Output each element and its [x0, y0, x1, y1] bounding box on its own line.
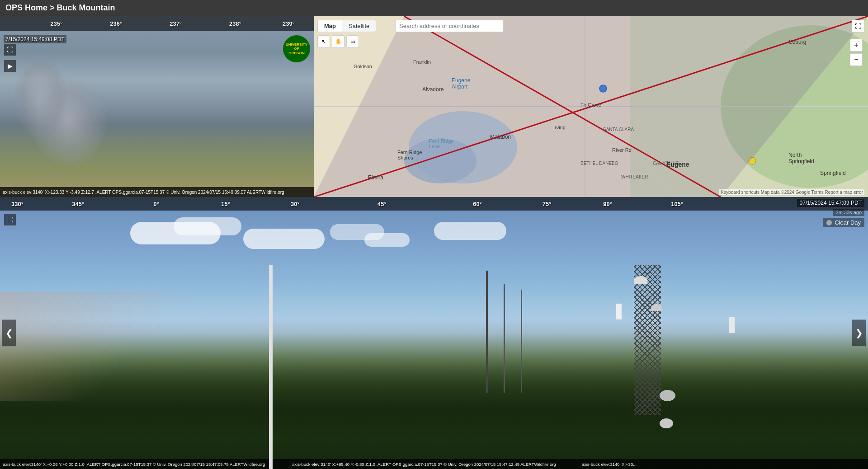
degree-marker-239: 239° [283, 20, 295, 27]
fullscreen-icon-bottom: ⛶ [7, 216, 13, 223]
degree-105: 105° [671, 201, 683, 207]
header-bar: OPS Home > Buck Mountain [0, 0, 868, 16]
white-pole-tower [269, 265, 273, 469]
cloud-3 [243, 229, 325, 249]
map-tabs: Map Satellite [317, 20, 376, 32]
map-label-malabon: Malabon [490, 134, 511, 140]
map-tool-cursor[interactable]: ↖ [317, 35, 330, 48]
camera-bottom-panorama: 330° 345° 0° 15° 30° 45° 60° 75° 90° 105… [0, 197, 868, 469]
cloud-6 [434, 222, 506, 240]
clear-day-dot [826, 220, 832, 225]
degree-90: 90° [603, 201, 612, 207]
degree-345: 345° [72, 201, 84, 207]
time-ago-label: 2m 33s ago [833, 209, 864, 216]
timestamp-bottom-right: 07/15/2024 15:47:09 PDT [797, 199, 864, 207]
tab-map[interactable]: Map [318, 20, 342, 32]
degree-bar-bottom: 330° 345° 0° 15° 30° 45° 60° 75° 90° 105… [0, 197, 868, 211]
smoke-plume-2 [14, 52, 68, 143]
antenna-dish-2 [651, 304, 662, 311]
antenna-dish-3 [660, 390, 675, 401]
camera-status-bar-top-left: axis-buck elev:3140' X:-123.33 Y:-3.49 Z… [0, 187, 314, 197]
breadcrumb: OPS Home > Buck Mountain [5, 3, 115, 13]
map-label-santa-clara: SANTA CLARA [603, 127, 634, 132]
nav-left-button[interactable]: ❮ [2, 319, 16, 347]
map-label-whiteaker: WHITEAKER [621, 174, 648, 179]
status-text-2: axis-buck elev:3140' X:+65.40 Y:-0.80 Z:… [292, 462, 556, 467]
map-attribution: Keyboard shortcuts Map data ©2024 Google… [719, 189, 864, 195]
nav-right-icon: ❯ [855, 328, 863, 338]
lattice-tower [634, 265, 661, 415]
degree-60: 60° [473, 201, 482, 207]
map-tool-hand[interactable]: ✋ [332, 35, 344, 48]
map-tool-poly[interactable]: ▭ [346, 35, 359, 48]
map-label-river-rd: River Rd [612, 147, 632, 153]
degree-marker-238: 238° [229, 20, 241, 27]
degree-marker-235: 235° [50, 20, 62, 27]
degree-75: 75° [542, 201, 552, 207]
antenna-tower-1 [486, 271, 488, 393]
status-segment-2: axis-buck elev:3140' X:+65.40 Y:-0.80 Z:… [289, 462, 579, 467]
fullscreen-button-bottom[interactable]: ⛶ [4, 213, 16, 226]
map-search-input[interactable] [395, 20, 504, 32]
nav-right-button[interactable]: ❯ [852, 319, 866, 347]
play-button-top-left[interactable]: ▶ [4, 60, 16, 72]
timestamp-top-left: 7/15/2024 15:49:08 PDT [4, 35, 66, 43]
degree-15: 15° [221, 201, 230, 207]
zoom-out-button[interactable]: − [850, 53, 863, 66]
camera-top-left: 235° 236° 237° 238° 239° 7/15/2024 15:49… [0, 16, 314, 197]
antenna-dish-1 [634, 276, 647, 284]
map-label-franklin: Franklin [413, 59, 431, 65]
map-zoom-controls: + − [850, 39, 863, 66]
fullscreen-icon: ⛶ [7, 46, 13, 53]
fullscreen-button-top-left[interactable]: ⛶ [4, 43, 16, 56]
zoom-in-button[interactable]: + [850, 39, 863, 52]
panel-antenna-1 [616, 304, 622, 319]
hill-glow-left [0, 292, 217, 401]
degree-bar-top-left: 235° 236° 237° 238° 239° [0, 16, 314, 31]
degree-30: 30° [291, 201, 300, 207]
oregon-logo-text: UNIVERSITY OFOREGON [283, 42, 310, 56]
status-text-3: axis-buck elev:3140' X:+30... [582, 462, 637, 467]
tab-satellite[interactable]: Satellite [342, 20, 376, 32]
camera-status-bar-bottom: axis-buck elev:3140' X:+0.06 Y:+0.00 Z:1… [0, 459, 868, 469]
play-icon: ▶ [8, 62, 13, 70]
antenna-dish-4 [660, 418, 673, 428]
map-label-elmira: Elmira [368, 174, 383, 181]
map-tools: ↖ ✋ ▭ [317, 35, 359, 48]
camera-background [0, 16, 314, 197]
map-label-north-springfield: NorthSpringfield [788, 152, 814, 164]
status-segment-3: axis-buck elev:3140' X:+30... [579, 462, 868, 467]
clear-day-label: Clear Day [835, 219, 861, 226]
map-label-eugene: Eugene [666, 161, 689, 168]
map-area: Map Satellite ↖ ✋ ▭ ⛶ + − Goldson Frankl… [314, 16, 868, 197]
degree-45: 45° [377, 201, 387, 207]
degree-marker-236: 236° [110, 20, 122, 27]
expand-map-button[interactable]: ⛶ [852, 20, 864, 33]
map-label-irving: Irving [553, 125, 566, 130]
main-layout: 235° 236° 237° 238° 239° 7/15/2024 15:49… [0, 16, 868, 469]
status-text-1: axis-buck elev:3140' X:+0.06 Y:+0.00 Z:1… [3, 462, 265, 467]
info-panel-bottom-right: 07/15/2024 15:47:09 PDT 2m 33s ago Clear… [797, 199, 864, 227]
clear-day-indicator: Clear Day [823, 218, 864, 227]
map-label-goldson: Goldson [354, 64, 372, 69]
antenna-tower-2 [504, 284, 505, 393]
nav-left-icon: ❮ [5, 328, 13, 338]
expand-map-icon: ⛶ [855, 23, 861, 30]
degree-330: 330° [11, 201, 24, 207]
map-label-fern-ridge-shores: Fern RidgeShores [397, 150, 422, 160]
camera-status-text-top-left: axis-buck elev:3140' X:-123.33 Y:-3.49 Z… [3, 190, 284, 195]
map-label-fern-ridge-lake: Fern RidgeLake [429, 138, 453, 149]
cloud-5 [364, 233, 410, 247]
map-label-alvadore: Alvadore [422, 86, 443, 93]
panel-antenna-2 [729, 317, 735, 333]
status-segment-1: axis-buck elev:3140' X:+0.06 Y:+0.00 Z:1… [0, 462, 289, 467]
map-label-coburg: Coburg [788, 39, 806, 45]
map-label-springfield: Springfield [820, 170, 846, 176]
degree-0: 0° [153, 201, 159, 207]
map-label-airport: EugeneAirport [452, 77, 470, 90]
map-label-bethel: BETHEL DANEBO [580, 161, 618, 166]
antenna-tower-3 [521, 290, 522, 393]
map-search-container [395, 20, 504, 32]
degree-marker-237: 237° [170, 20, 182, 27]
map-label-fir-grove: Fir Grove [580, 102, 601, 108]
